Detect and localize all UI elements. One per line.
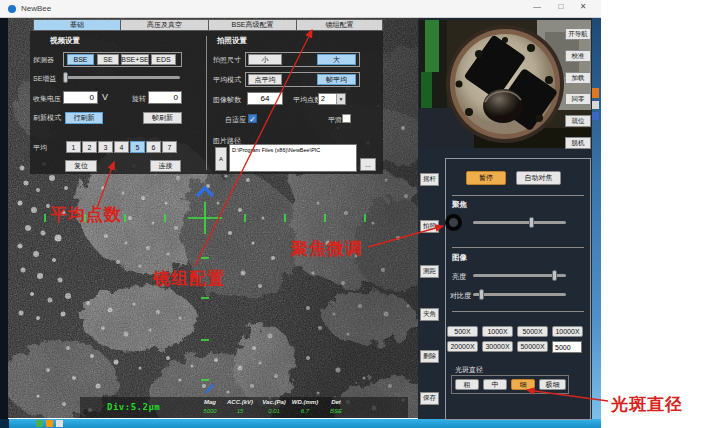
window-left-edge xyxy=(0,18,8,419)
snapshot-button[interactable]: 拍照 xyxy=(420,220,439,233)
average-mode-label: 平均模式 xyxy=(213,76,241,84)
det-value: BSE xyxy=(330,408,342,414)
mag-20000x-button[interactable]: 20000X xyxy=(447,341,478,352)
capture-frames-label: 图像帧数 xyxy=(213,96,241,104)
tab-bse-config[interactable]: BSE高级配置 xyxy=(209,19,297,31)
start-button[interactable] xyxy=(0,419,9,428)
angle-button[interactable]: 夹角 xyxy=(420,308,439,321)
mag-5000x-button[interactable]: 5000X xyxy=(517,326,548,337)
taskbar-icon[interactable] xyxy=(36,420,43,427)
det-header: Det xyxy=(331,399,341,405)
open-navigation-button[interactable]: 开导航 xyxy=(565,28,591,40)
focus-slider[interactable] xyxy=(473,221,566,224)
wd-value: 6.7 xyxy=(301,408,309,414)
spot-fine-button[interactable]: 细 xyxy=(511,379,535,390)
vac-header: Vac.(Pa) xyxy=(262,399,285,405)
acc-value: 15 xyxy=(237,408,244,414)
path-tool-button[interactable]: A xyxy=(215,147,227,171)
point-average-button[interactable]: 点平均 xyxy=(248,74,282,85)
voltage-unit: V xyxy=(102,93,108,101)
mag-50000x-button[interactable]: 50000X xyxy=(517,341,548,352)
average-points-label: 平均点数 xyxy=(293,96,321,104)
offline-button[interactable]: 脱机 xyxy=(565,137,591,149)
mag-500x-button[interactable]: 500X xyxy=(447,326,478,337)
browse-button[interactable]: ... xyxy=(360,158,376,171)
focus-slider-thumb[interactable] xyxy=(529,217,534,228)
contrast-slider[interactable] xyxy=(473,293,566,296)
vac-value: 0.01 xyxy=(268,408,280,414)
in-position-button[interactable]: 就位 xyxy=(565,115,591,127)
detector-bse-button[interactable]: BSE xyxy=(67,54,94,65)
focus-knob[interactable] xyxy=(445,214,462,231)
adaptive-checkbox[interactable]: ✓ xyxy=(248,114,257,123)
return-zero-button[interactable]: 回零 xyxy=(565,93,591,105)
mag-30000x-button[interactable]: 30000X xyxy=(482,341,513,352)
load-button[interactable]: 加载 xyxy=(565,72,591,84)
image-section-label: 图像 xyxy=(452,253,467,263)
desktop-icon xyxy=(592,88,599,98)
connect-button[interactable]: 连接 xyxy=(150,160,181,172)
minimize-button[interactable]: — xyxy=(528,1,546,13)
wd-header: WD.(mm) xyxy=(292,399,318,405)
spot-coarse-button[interactable]: 粗 xyxy=(455,379,479,390)
spot-ultrafine-button[interactable]: 极细 xyxy=(539,379,566,390)
frame-average-button[interactable]: 帧平均 xyxy=(317,74,356,85)
collect-voltage-input[interactable]: 0 xyxy=(63,91,98,104)
average-4-button[interactable]: 4 xyxy=(114,141,129,153)
tab-basic[interactable]: 基础 xyxy=(33,19,121,31)
divider xyxy=(452,195,584,196)
mag-1000x-button[interactable]: 1000X xyxy=(482,326,513,337)
collect-voltage-label: 收集电压 xyxy=(33,95,61,103)
spot-medium-button[interactable]: 中 xyxy=(483,379,507,390)
rotation-input[interactable]: 0 xyxy=(148,91,182,104)
photo-size-large-button[interactable]: 大 xyxy=(317,54,356,65)
average-7-button[interactable]: 7 xyxy=(162,141,177,153)
contrast-slider-thumb[interactable] xyxy=(479,289,484,300)
capture-frames-input[interactable]: 64 xyxy=(247,92,283,105)
detector-se-button[interactable]: SE xyxy=(97,54,119,65)
annotation-focus-fine: 聚焦微调 xyxy=(291,237,363,260)
calibrate-button[interactable]: 校准 xyxy=(565,50,591,62)
delete-button[interactable]: 删除 xyxy=(420,350,439,363)
measure-button[interactable]: 测距 xyxy=(420,265,439,278)
photo-size-small-button[interactable]: 小 xyxy=(248,54,282,65)
divider xyxy=(452,247,584,248)
desktop-icon xyxy=(592,101,599,109)
average-2-button[interactable]: 2 xyxy=(82,141,97,153)
line-refresh-button[interactable]: 行刷新 xyxy=(65,112,103,124)
adaptive-label: 自适应 xyxy=(225,116,246,124)
desktop-sliver xyxy=(592,18,601,419)
se-gain-slider-thumb[interactable] xyxy=(63,72,68,83)
average-1-button[interactable]: 1 xyxy=(66,141,81,153)
tab-lens-config[interactable]: 镜组配置 xyxy=(297,19,383,31)
pause-button[interactable]: 暂停 xyxy=(466,171,506,185)
mag-10000x-button[interactable]: 10000X xyxy=(552,326,583,337)
average-3-button[interactable]: 3 xyxy=(98,141,113,153)
taskbar-icon[interactable] xyxy=(56,420,63,427)
joystick-button[interactable]: 摇杆 xyxy=(420,173,439,186)
mag-input[interactable]: 5000 xyxy=(552,341,582,353)
brightness-slider-thumb[interactable] xyxy=(552,270,557,281)
reset-button[interactable]: 复位 xyxy=(65,160,97,172)
frame-refresh-button[interactable]: 帧刷新 xyxy=(143,112,182,124)
detector-eds-button[interactable]: EDS xyxy=(151,54,176,65)
mag-value: 5000 xyxy=(203,408,216,414)
average-6-button[interactable]: 6 xyxy=(146,141,161,153)
annotation-spot-diameter: 光斑直径 xyxy=(611,393,683,416)
close-button[interactable]: ✕ xyxy=(574,1,592,13)
title-bar xyxy=(0,0,601,18)
smooth-checkbox[interactable] xyxy=(342,114,351,123)
detector-bse-se-button[interactable]: BSE+SE xyxy=(121,54,149,65)
tab-hv-vacuum[interactable]: 高压及真空 xyxy=(121,19,209,31)
se-gain-slider[interactable] xyxy=(63,76,180,79)
autofocus-button[interactable]: 自动对焦 xyxy=(516,171,561,185)
taskbar-icon[interactable] xyxy=(46,420,53,427)
maximize-button[interactable]: □ xyxy=(552,1,570,13)
divider xyxy=(452,311,584,312)
average-5-button[interactable]: 5 xyxy=(130,141,145,153)
save-path-box[interactable]: D:\Program Files (x86)\NewBee\PIC xyxy=(229,144,357,172)
save-button[interactable]: 保存 xyxy=(420,392,439,405)
average-points-select[interactable]: 2▼ xyxy=(318,93,346,105)
taskbar[interactable] xyxy=(0,419,601,428)
chevron-down-icon: ▼ xyxy=(336,94,345,104)
